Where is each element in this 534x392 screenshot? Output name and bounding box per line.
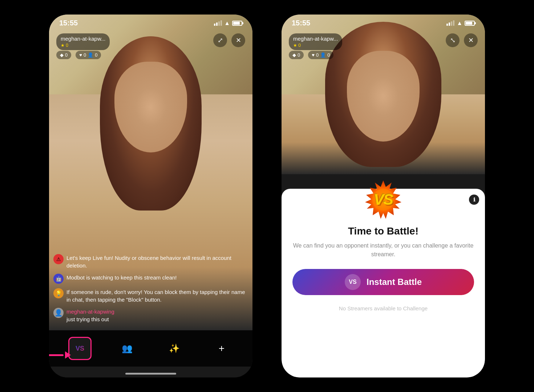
expand-button-2[interactable]: ⤡ [446,33,460,47]
user-name-1: meghan-at-kapw... [61,36,105,42]
user-badge-1[interactable]: meghan-at-kapw... ★ 0 [56,33,110,50]
bottom-toolbar-1: VS 👥 ✨ + [49,330,252,367]
battery-icon-1 [232,21,242,26]
chat-message-content: just trying this out [66,315,114,323]
instant-battle-button[interactable]: VS Instant Battle [292,269,474,295]
chat-text-3: If someone is rude, don't worry! You can… [66,288,248,303]
battery-icon-2 [465,21,475,26]
expand-button-1[interactable]: ⤢ [213,33,227,47]
user-badge-2[interactable]: meghan-at-kapw... ★ 0 [289,33,342,50]
chat-message-3: 💡 If someone is rude, don't worry! You c… [53,288,248,303]
diamond-value-2: 0 [298,52,300,58]
phone-screen-1: 15:55 ▲ meghan-at-kapw... [49,15,252,377]
user-avatar-icon: 👤 [53,308,64,318]
phones-container: 15:55 ▲ meghan-at-kapw... [0,0,534,392]
chat-container-1: ⚠ Let's keep Live fun! Nudity or obscene… [53,254,248,323]
info-icon: ℹ [473,197,475,203]
battery-fill-1 [233,22,240,25]
phone-1: 15:55 ▲ meghan-at-kapw... [49,15,252,377]
viewer-icon: 👤 [88,52,93,58]
people-button[interactable]: 👥 [116,337,139,360]
vs-button-label: VS [76,345,84,352]
plus-icon: + [219,343,224,354]
chat-message-1: ⚠ Let's keep Live fun! Nudity or obscene… [53,254,248,269]
signal-bar-8 [453,20,454,26]
viewer-value-2: 0 [327,52,330,58]
battle-sheet: ℹ [282,189,485,377]
battle-subtitle: We can find you an opponent instantly, o… [292,241,474,259]
battery-fill-2 [466,22,472,25]
close-button-2[interactable]: ✕ [464,33,478,47]
vs-label: VS [374,191,393,208]
chat-text-1: Let's keep Live fun! Nudity or obscene b… [66,254,248,269]
signal-bar-5 [446,24,448,26]
magic-icon: ✨ [169,343,180,354]
user-name-2: meghan-at-kapw... [293,36,338,42]
top-controls-1: ⤢ ✕ [213,33,245,47]
chat-text-2: Modbot is watching to keep this stream c… [66,274,177,281]
chat-username: meghan-at-kapwing [66,308,114,315]
status-time-2: 15:55 [292,19,310,27]
arrow-shaft [49,354,64,356]
battle-title: Time to Battle! [292,225,474,237]
people-icon: 👥 [122,343,133,354]
heart-icon-2: ♥ [312,52,315,58]
info-button[interactable]: ℹ [469,195,479,205]
arrow-indicator [49,351,71,359]
phone-2: 15:55 ▲ meghan-at-kapw... [282,15,485,377]
home-indicator-1 [125,373,176,375]
diamond-icon-2: ◆ [292,52,296,58]
diamond-value: 0 [65,52,68,58]
chat-message-4: 👤 meghan-at-kapwing just trying this out [53,308,248,323]
tip-icon: 💡 [53,288,64,298]
close-button-1[interactable]: ✕ [231,33,245,47]
status-icons-2: ▲ [446,20,475,26]
diamond-icon: ◆ [60,52,64,58]
viewer-value: 0 [95,52,97,58]
plus-button[interactable]: + [210,337,233,360]
status-bar-2: 15:55 ▲ [282,19,485,27]
instant-battle-label: Instant Battle [367,277,422,287]
status-bar-1: 15:55 ▲ [49,19,252,27]
user-stars-2: ★ 0 [293,43,338,48]
signal-bar-2 [216,23,218,26]
arrow-head [65,351,71,359]
signal-bar-1 [214,24,215,26]
signal-bars-2 [446,20,454,26]
vs-battle-button[interactable]: VS [68,337,92,360]
wifi-icon-1: ▲ [224,20,230,26]
btn-vs-text: VS [349,279,356,285]
phone-screen-2: 15:55 ▲ meghan-at-kapw... [282,15,485,377]
signal-bar-4 [221,20,222,26]
signal-bar-6 [449,23,450,26]
signal-bar-3 [218,21,220,26]
warning-icon: ⚠ [53,254,64,264]
viewer-icon-2: 👤 [320,52,326,58]
heart-icon: ♥ [79,52,82,58]
stats-bar-1: ◆ 0 ♥ 0 👤 0 [56,51,101,59]
diamond-stat-2: ◆ 0 [289,51,304,59]
vs-logo: VS [363,180,403,220]
heart-stat-2: ♥ 0 👤 0 [308,51,333,59]
heart-stat: ♥ 0 👤 0 [76,51,101,59]
signal-bar-7 [451,21,452,26]
status-time-1: 15:55 [59,19,78,27]
signal-bars-1 [214,20,222,26]
heart-value: 0 [84,52,86,58]
modbot-icon: 🤖 [53,274,64,284]
user-chat-content: meghan-at-kapwing just trying this out [66,308,114,323]
chat-message-2: 🤖 Modbot is watching to keep this stream… [53,274,248,284]
top-controls-2: ⤡ ✕ [446,33,478,47]
stats-bar-2: ◆ 0 ♥ 0 👤 0 [289,51,333,59]
wifi-icon-2: ▲ [457,20,462,26]
diamond-stat: ◆ 0 [56,51,71,59]
status-icons-1: ▲ [214,20,242,26]
btn-vs-icon: VS [345,274,361,290]
user-stars-1: ★ 0 [61,43,105,48]
heart-value-2: 0 [316,52,319,58]
magic-button[interactable]: ✨ [163,337,186,360]
no-streamers-text: No Streamers available to Challenge [292,305,474,311]
